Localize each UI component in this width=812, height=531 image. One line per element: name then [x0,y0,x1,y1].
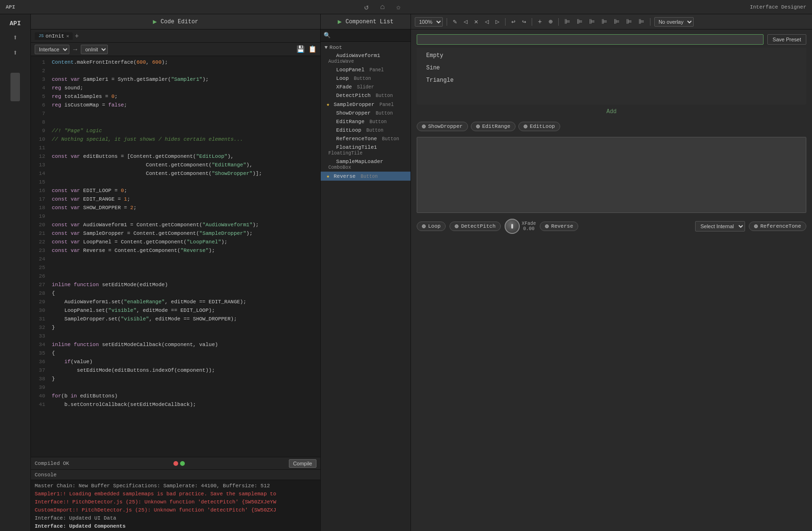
comp-pill[interactable]: ShowDropper [417,122,468,131]
zoom-dropdown[interactable]: 100% [415,17,443,27]
pill-label: ShowDropper [428,124,463,129]
code-tab-oninit[interactable]: JS onInit ✕ [35,32,73,40]
tool-align-right[interactable]: ⊫ [587,17,597,27]
tree-item[interactable]: AudioWaveform1 AudioWave [321,51,411,66]
loop-dot [422,224,426,228]
waveform-item[interactable]: Sine [422,62,801,74]
tree-item[interactable]: ShowDropper Button [321,109,411,117]
tool-add-component[interactable]: ⊕ [546,17,554,27]
arrow-right-icon: → [73,46,77,53]
tree-item-type: Panel [370,68,384,73]
tool-add[interactable]: + [536,17,544,27]
line-numbers: 1234567891011121314151617181920212223242… [31,56,48,457]
code-editor-header: ▶ Code Editor [31,14,320,29]
sidebar-link-icon: ⬆ [3,48,28,58]
tree-item[interactable]: LoopPanel Panel [321,66,411,74]
preset-search-area: Save Preset [411,29,812,48]
tree-item-name: ReferenceTone [336,136,377,142]
tree-item-type: FloatingTile [328,151,363,156]
interface-designer-panel: 100% ✎ ◁ ✕ ◁ ▷ ↩ ↪ + ⊕ ⊫ ⊫ ⊫ ⊫ ⊫ ⊫ ⊫ No … [411,14,812,531]
tree-item-name: EditRange [336,119,364,125]
tree-item[interactable]: EditRange Button [321,117,411,126]
main-layout: API ⬆ ⬆ ▶ Code Editor JS onInit ✕ + [0,14,812,531]
overlay-dropdown[interactable]: No overlay [654,17,694,27]
code-area[interactable]: 1234567891011121314151617181920212223242… [31,56,320,457]
sidebar-scrollbar[interactable] [10,73,20,101]
tool-undo[interactable]: ↩ [509,17,517,27]
xfade-value: 0.00 [523,226,535,232]
tool-align-top[interactable]: ⊫ [600,17,609,27]
preset-search-input[interactable] [417,34,764,45]
tool-arrow-right[interactable]: ▷ [494,17,501,27]
tree-item[interactable]: DetectPitch Button [321,91,411,100]
play-icon-comp[interactable]: ▶ [338,18,342,26]
oninit-dropdown[interactable]: onInit [81,45,108,54]
tool-pencil[interactable]: ✎ [451,17,459,27]
tree-item[interactable]: SampleMapLoader ComboBox [321,157,411,172]
save-preset-button[interactable]: Save Preset [767,34,806,45]
interface-dropdown[interactable]: Interface [35,45,69,54]
tree-item[interactable]: EditLoop Button [321,126,411,135]
home-icon[interactable]: ⌂ [380,3,385,11]
sidebar-export-icon: ⬆ [3,33,28,42]
sidebar-item-api[interactable]: API [0,17,30,30]
tool-align-center[interactable]: ⊫ [575,17,584,27]
star-icon[interactable]: ✩ [396,2,401,12]
toolbar-separator-5 [650,18,650,26]
pill-dot [476,125,480,128]
console-title: Console [35,472,57,478]
tab-close-icon[interactable]: ✕ [66,33,69,39]
tree-item[interactable]: ReferenceTone Button [321,135,411,143]
tool-arrow-left[interactable]: ◁ [483,17,490,27]
tool-distribute[interactable]: ⊫ [624,17,634,27]
tree-item[interactable]: Loop Button [321,74,411,83]
reverse-pill[interactable]: Reverse [540,222,578,231]
tree-item-name: FloatingTile1 [336,145,377,150]
waveform-item[interactable]: Empty [422,49,801,62]
comp-pill[interactable]: EditRange [471,122,516,131]
canvas-area[interactable] [417,137,806,213]
copy-icon[interactable]: 📋 [308,45,316,53]
tab-icon-js: JS [38,34,44,39]
sidebar-item-export[interactable]: ⬆ [0,30,30,45]
reference-tone-dot [754,224,758,228]
detect-pitch-pill[interactable]: DetectPitch [449,222,501,231]
refresh-icon[interactable]: ↺ [364,2,369,12]
tool-align-bottom[interactable]: ⊫ [612,17,621,27]
compiled-ok-label: Compiled OK [35,461,69,466]
tree-item-type: Button [354,76,371,81]
xfade-knob[interactable] [505,219,520,234]
component-list-title: Component List [345,19,393,25]
compile-button[interactable]: Compile [289,459,316,468]
loop-pill[interactable]: Loop [417,222,446,231]
tree-item-type: AudioWave [328,59,354,64]
tree-item[interactable]: FloatingTile1 FloatingTile [321,143,411,157]
pill-label: EditLoop [530,124,555,129]
waveform-item[interactable]: Triangle [422,74,801,87]
tool-more[interactable]: ⊫ [637,17,646,27]
sidebar-item-scroll[interactable] [0,70,30,104]
tree-item[interactable]: ★ Reverse Button [321,172,411,181]
tool-select-left[interactable]: ◁ [461,17,469,27]
reference-tone-pill[interactable]: ReferenceTone [749,222,806,231]
comp-pill[interactable]: EditLoop [518,122,560,131]
reference-tone-label: ReferenceTone [760,223,801,229]
tool-align-left[interactable]: ⊫ [563,17,572,27]
component-search-bar[interactable]: 🔍 [321,29,411,42]
tree-item[interactable]: XFade Slider [321,83,411,91]
tool-redo[interactable]: ↪ [520,17,528,27]
left-sidebar: API ⬆ ⬆ [0,14,31,531]
add-tab-button[interactable]: + [75,32,78,40]
status-dot-red [173,461,178,466]
save-icon[interactable]: 💾 [296,45,305,53]
tool-delete[interactable]: ✕ [472,17,480,27]
console-header: Console [31,470,320,480]
tree-item[interactable]: ★ SampleDropper Panel [321,100,411,109]
add-button-area[interactable]: Add [411,105,812,119]
play-icon[interactable]: ▶ [153,18,157,26]
code-content[interactable]: Content.makeFrontInterface(600, 600); co… [48,56,320,457]
sidebar-item-link[interactable]: ⬆ [0,45,30,60]
select-internal-dropdown[interactable]: Select Internal [695,221,745,232]
add-label[interactable]: Add [606,108,617,115]
component-search-input[interactable] [333,33,408,39]
